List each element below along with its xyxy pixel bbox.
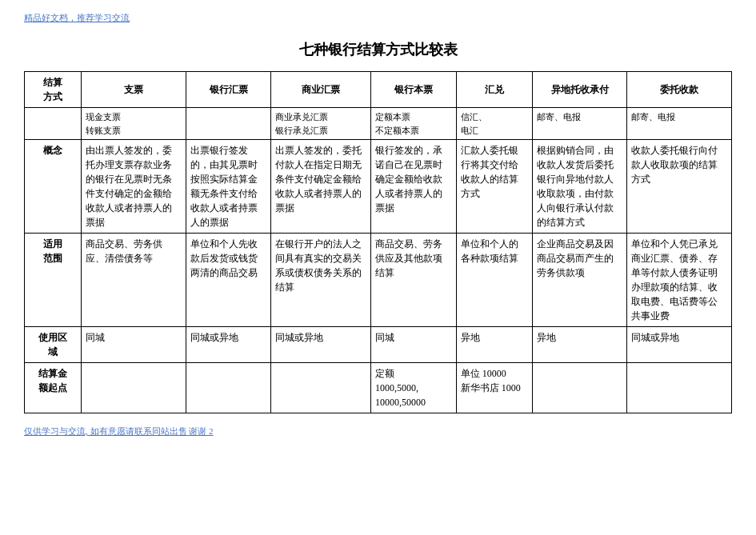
- cell-shiyongquyu-huipiao: 异地: [456, 327, 532, 363]
- row-header-shiyongquyu: 使用区 域: [25, 327, 82, 363]
- comparison-table: 结算 方式 支票 银行汇票 商业汇票 银行本票 汇兑 异地托收承付 委托收款 现…: [24, 71, 732, 413]
- row-header-shiyong: 适用 范围: [25, 234, 82, 327]
- cell-shiyongquyu-shangye: 同城或异地: [271, 327, 371, 363]
- cell-gainian-yidi: 根据购销合同，由收款人发货后委托银行向异地付款人收取款项，由付款人向银行承认付款…: [532, 140, 627, 234]
- cell-shiyong-zhipiao: 商品交易、劳务供应、清偿债务等: [82, 234, 186, 327]
- top-banner: 精品好文档，推荐学习交流: [24, 8, 732, 24]
- cell-gainian-weituo: 收款人委托银行向付款人收取款项的结算方式: [627, 140, 732, 234]
- subtype-yidi-empty: 邮寄、电报: [532, 108, 627, 140]
- header-huipiao: 汇兑: [456, 72, 532, 108]
- cell-jiesuanjine-shangye: [271, 363, 371, 413]
- cell-gainian-shangye: 出票人签发的，委托付款人在指定日期无条件支付确定金额给收款人或者持票人的票据: [271, 140, 371, 234]
- cell-gainian-zhipiao: 由出票人签发的，委托办理支票存款业务的银行在见票时无条件支付确定的金额给收款人或…: [82, 140, 186, 234]
- cell-shiyongquyu-yinhangbenpiao: 同城: [371, 327, 457, 363]
- header-yidi: 异地托收承付: [532, 72, 627, 108]
- cell-shiyongquyu-weituo: 同城或异地: [627, 327, 732, 363]
- header-yinhang: 银行汇票: [186, 72, 271, 108]
- cell-jiesuanjine-yidi: [532, 363, 627, 413]
- subtype-empty-jiesuan: [25, 108, 82, 140]
- header-yinhangbenpiao: 银行本票: [371, 72, 457, 108]
- row-header-gainian: 概念: [25, 140, 82, 234]
- header-jiesuan: 结算 方式: [25, 72, 82, 108]
- cell-gainian-yinhang: 出票银行签发的，由其见票时按照实际结算金额无条件支付给收款人或者持票人的票据: [186, 140, 271, 234]
- cell-shiyong-yinhangbenpiao: 商品交易、劳务供应及其他款项结算: [371, 234, 457, 327]
- row-shiyongquyu: 使用区 域 同城 同城或异地 同城或异地 同城 异地 异地 同城或异地: [25, 327, 732, 363]
- cell-jiesuanjine-yinhang: [186, 363, 271, 413]
- subtype-shangye: 商业承兑汇票 银行承兑汇票: [271, 108, 371, 140]
- header-shangye: 商业汇票: [271, 72, 371, 108]
- cell-shiyongquyu-zhipiao: 同城: [82, 327, 186, 363]
- row-jiesuanjine: 结算金 额起点 定额 1000,5000, 10000,50000 单位 100…: [25, 363, 732, 413]
- cell-gainian-yinhangbenpiao: 银行签发的，承诺自己在见票时确定金额给收款人或者持票人的票据: [371, 140, 457, 234]
- header-zhipiao: 支票: [82, 72, 186, 108]
- cell-jiesuanjine-zhipiao: [82, 363, 186, 413]
- subtype-yinhang-empty: [186, 108, 271, 140]
- page-title: 七种银行结算方式比较表: [24, 40, 732, 59]
- subtype-zhipiao: 现金支票 转账支票: [82, 108, 186, 140]
- cell-jiesuanjine-huipiao: 单位 10000 新华书店 1000: [456, 363, 532, 413]
- cell-shiyongquyu-yinhang: 同城或异地: [186, 327, 271, 363]
- row-header-jiesuanjine: 结算金 额起点: [25, 363, 82, 413]
- cell-shiyong-yinhang: 单位和个人先收款后发货或钱货两清的商品交易: [186, 234, 271, 327]
- cell-shiyong-yidi: 企业商品交易及因商品交易而产生的劳务供款项: [532, 234, 627, 327]
- cell-shiyongquyu-yidi: 异地: [532, 327, 627, 363]
- cell-gainian-huipiao: 汇款人委托银行将其交付给收款人的结算方式: [456, 140, 532, 234]
- row-shiyong: 适用 范围 商品交易、劳务供应、清偿债务等 单位和个人先收款后发货或钱货两清的商…: [25, 234, 732, 327]
- cell-shiyong-weituo: 单位和个人凭已承兑商业汇票、债券、存单等付款人债务证明办理款项的结算、收取电费、…: [627, 234, 732, 327]
- subtype-weituo-empty: 邮寄、电报: [627, 108, 732, 140]
- header-weituo: 委托收款: [627, 72, 732, 108]
- cell-jiesuanjine-weituo: [627, 363, 732, 413]
- bottom-note: 仅供学习与交流, 如有意愿请联系同站出售 谢谢 2: [24, 425, 732, 437]
- cell-jiesuanjine-yinhangbenpiao: 定额 1000,5000, 10000,50000: [371, 363, 457, 413]
- cell-shiyong-huipiao: 单位和个人的各种款项结算: [456, 234, 532, 327]
- subtype-huipiao-empty: 信汇、 电汇: [456, 108, 532, 140]
- cell-shiyong-shangye: 在银行开户的法人之间具有真实的交易关系或债权债务关系的结算: [271, 234, 371, 327]
- row-gainian: 概念 由出票人签发的，委托办理支票存款业务的银行在见票时无条件支付确定的金额给收…: [25, 140, 732, 234]
- subtype-yinhangbenpiao: 定额本票 不定额本票: [371, 108, 457, 140]
